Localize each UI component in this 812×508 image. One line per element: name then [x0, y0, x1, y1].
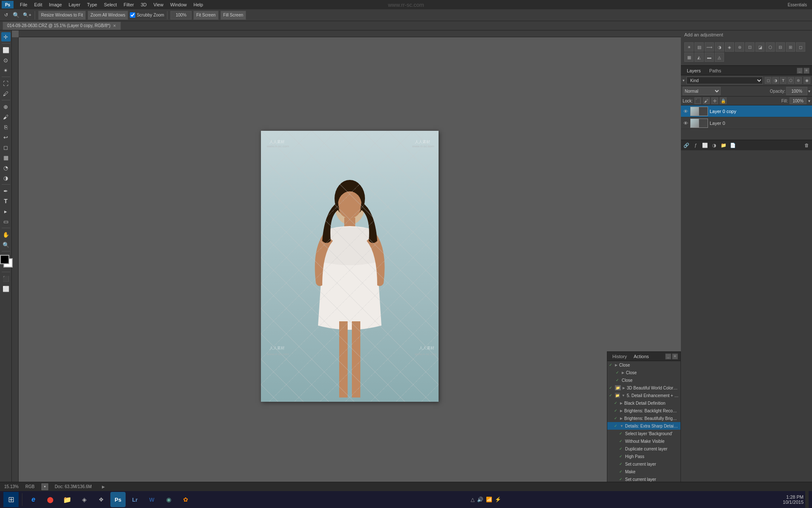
taskbar-ie[interactable]: e — [26, 492, 41, 507]
new-layer-btn[interactable]: 📄 — [729, 141, 737, 149]
systray-icon-3[interactable]: 📶 — [486, 497, 492, 502]
history-tab[interactable]: History — [610, 353, 629, 360]
taskbar-app1[interactable]: ◈ — [77, 492, 92, 507]
zoom-input[interactable] — [170, 11, 192, 19]
vibrance-icon[interactable]: ◈ — [725, 42, 734, 52]
action-expand-sharp[interactable]: ▼ — [620, 424, 623, 428]
delete-layer-btn[interactable]: 🗑 — [803, 141, 810, 149]
history-collapse-btn[interactable]: _ — [665, 353, 671, 359]
filter-adjust-btn[interactable]: ◑ — [772, 77, 779, 84]
menu-select[interactable]: Select — [101, 1, 120, 8]
zoom-out-btn[interactable]: 🔍 — [11, 11, 21, 20]
action-duplicate[interactable]: ✓ Duplicate current layer — [607, 445, 680, 453]
image-canvas[interactable]: 人人素材 www.rr-sc.com 人人素材 www.rr-sc.com 人人… — [261, 131, 439, 402]
fill-input[interactable] — [790, 97, 807, 104]
resize-windows-btn[interactable]: Resize Windows to Fit — [38, 11, 86, 20]
bw-icon[interactable]: ◪ — [755, 42, 765, 52]
adjustment-layer-btn[interactable]: ◑ — [710, 141, 718, 149]
zoom-tool[interactable]: 🔍 — [1, 240, 11, 249]
taskbar-photoshop[interactable]: Ps — [110, 492, 126, 507]
filter-pixel-btn[interactable]: ◻ — [765, 77, 771, 84]
curves-icon[interactable]: ⟿ — [705, 42, 714, 52]
magic-wand-tool[interactable]: ✴ — [1, 66, 11, 75]
lock-all-btn[interactable]: 🔒 — [720, 97, 727, 104]
action-backlight[interactable]: ✓ ▶ Brightens: Backlight Recove... — [607, 407, 680, 414]
link-layers-btn[interactable]: 🔗 — [683, 141, 690, 149]
history-brush-tool[interactable]: ↩ — [1, 133, 11, 142]
selective-color-icon[interactable]: ◬ — [715, 52, 724, 62]
hand-tool[interactable]: ✋ — [1, 230, 11, 239]
filter-smart-btn[interactable]: ⊛ — [795, 77, 802, 84]
action-expand-beautifully[interactable]: ▶ — [620, 417, 623, 420]
menu-image[interactable]: Image — [46, 1, 65, 8]
menu-edit[interactable]: Edit — [31, 1, 45, 8]
group-layers-btn[interactable]: 📁 — [720, 141, 727, 149]
history-menu-btn[interactable]: ≡ — [672, 353, 678, 359]
blend-mode-select[interactable]: Normal Dissolve Multiply Screen Overlay — [683, 87, 721, 95]
action-group-detail[interactable]: ✓ 📁 ▼ 5. Detail Enhancement + C... — [607, 392, 680, 399]
color-lookup-icon[interactable]: ⊞ — [786, 42, 795, 52]
filter-toggle-btn[interactable]: ◉ — [804, 77, 810, 84]
action-item-close-3[interactable]: ✓ Close — [607, 376, 680, 384]
taskbar-word[interactable]: W — [144, 492, 159, 507]
layer-effects-btn[interactable]: ƒ — [692, 141, 700, 149]
action-high-pass[interactable]: ✓ High Pass — [607, 453, 680, 460]
layer-filter-select[interactable]: Kind Name Effect Mode Attribute Color — [686, 77, 763, 84]
taskbar-lightroom[interactable]: Lr — [127, 492, 143, 507]
gradient-tool[interactable]: ▦ — [1, 153, 11, 162]
opacity-arrow-icon[interactable]: ▾ — [808, 89, 810, 94]
path-select-tool[interactable]: ▸ — [1, 207, 11, 216]
crop-tool[interactable]: ⛶ — [1, 79, 11, 88]
start-button[interactable]: ⊞ — [3, 492, 19, 507]
systray-icon-2[interactable]: 🔊 — [477, 497, 483, 502]
eraser-tool[interactable]: ◻ — [1, 143, 11, 152]
taskbar-app4[interactable]: ✿ — [178, 492, 193, 507]
channel-mixer-icon[interactable]: ⊟ — [776, 42, 785, 52]
posterize-icon[interactable]: ▦ — [684, 52, 694, 62]
lasso-tool[interactable]: ⊙ — [1, 55, 11, 65]
photo-filter-icon[interactable]: ⬡ — [765, 42, 775, 52]
menu-type[interactable]: Type — [84, 1, 100, 8]
action-item-close-1[interactable]: ✓ ▶ Close — [607, 361, 680, 369]
eyedropper-tool[interactable]: 🖊 — [1, 89, 11, 98]
taskbar-app2[interactable]: ❖ — [93, 492, 109, 507]
action-expand-1[interactable]: ▶ — [615, 363, 617, 367]
menu-help[interactable]: Help — [191, 1, 206, 8]
shape-tool[interactable]: ▭ — [1, 217, 11, 226]
taskbar-chrome[interactable]: ⬤ — [43, 492, 58, 507]
zoom-reset-btn[interactable]: ↺ — [3, 11, 10, 20]
add-mask-btn[interactable]: ⬜ — [701, 141, 709, 149]
text-tool[interactable]: T — [1, 196, 11, 206]
action-set-layer-1[interactable]: ✓ Set current layer — [607, 460, 680, 468]
scrubby-zoom-checkbox[interactable]: Scrubby Zoom — [130, 12, 164, 18]
fit-screen-btn[interactable]: Fit Screen — [193, 11, 219, 20]
opacity-input[interactable] — [786, 87, 807, 95]
lock-image-btn[interactable]: 🖌 — [703, 97, 710, 104]
brightness-contrast-icon[interactable]: ☀ — [684, 42, 694, 52]
systray-icon-1[interactable]: △ — [471, 497, 475, 502]
document-close-btn[interactable]: ✕ — [113, 24, 116, 28]
zoom-in-btn[interactable]: 🔍+ — [22, 11, 32, 20]
action-expand-detail[interactable]: ▼ — [622, 394, 625, 398]
heal-brush-tool[interactable]: ⊕ — [1, 102, 11, 111]
action-expand-2[interactable]: ▶ — [622, 371, 624, 375]
blur-tool[interactable]: ◔ — [1, 163, 11, 172]
layer-eye-0-copy[interactable]: 👁 — [683, 108, 689, 114]
menu-window[interactable]: Window — [167, 1, 189, 8]
action-item-close-2[interactable]: ✓ ▶ Close — [607, 369, 680, 376]
systray-icon-4[interactable]: ⚡ — [495, 497, 501, 502]
action-make[interactable]: ✓ Make — [607, 468, 680, 475]
threshold-icon[interactable]: ◭ — [694, 52, 704, 62]
menu-filter[interactable]: Filter — [121, 1, 137, 8]
hue-saturation-icon[interactable]: ⊛ — [735, 42, 744, 52]
pen-tool[interactable]: ✒ — [1, 186, 11, 196]
action-extra-sharp[interactable]: ✓ ▼ Details: Extra Sharp Detail ... — [607, 422, 680, 430]
filter-type-btn[interactable]: T — [780, 77, 787, 84]
action-expand-black[interactable]: ▶ — [620, 401, 623, 405]
action-black-detail[interactable]: ✓ ▶ Black Detail Definition — [607, 399, 680, 407]
layers-tab[interactable]: Layers — [683, 67, 704, 74]
gradient-map-icon[interactable]: ▬ — [705, 52, 714, 62]
screen-mode-btn[interactable]: ⬜ — [1, 284, 11, 293]
action-without-make-visible[interactable]: ✓ Without Make Visible — [607, 437, 680, 445]
zoom-all-windows-btn[interactable]: Zoom All Windows — [88, 11, 128, 20]
